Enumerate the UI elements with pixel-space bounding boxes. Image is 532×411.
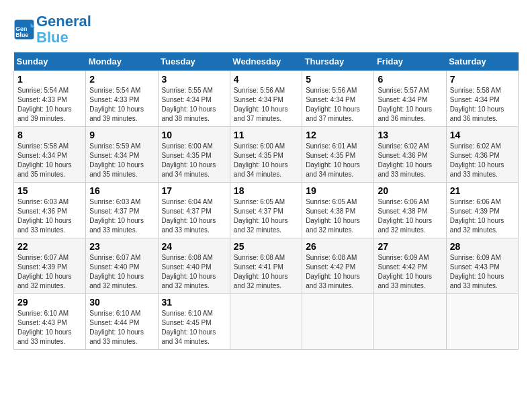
svg-text:Gen: Gen (15, 26, 27, 32)
page-header: Gen Blue GeneralBlue (13, 13, 519, 46)
calendar-cell (446, 294, 518, 350)
day-number: 31 (162, 297, 226, 308)
day-info: Sunrise: 6:06 AM Sunset: 4:39 PM Dayligh… (450, 197, 515, 235)
day-info: Sunrise: 6:02 AM Sunset: 4:36 PM Dayligh… (378, 142, 442, 179)
calendar-cell (374, 294, 446, 350)
calendar-cell: 18 Sunrise: 6:05 AM Sunset: 4:37 PM Dayl… (230, 183, 302, 238)
col-header-sunday: Sunday (14, 52, 86, 71)
calendar-cell: 2 Sunrise: 5:54 AM Sunset: 4:33 PM Dayli… (86, 71, 158, 127)
calendar-cell: 13 Sunrise: 6:02 AM Sunset: 4:36 PM Dayl… (374, 127, 446, 183)
calendar-cell: 30 Sunrise: 6:10 AM Sunset: 4:44 PM Dayl… (86, 294, 158, 350)
calendar-cell: 8 Sunrise: 5:58 AM Sunset: 4:34 PM Dayli… (14, 127, 86, 183)
day-info: Sunrise: 6:09 AM Sunset: 4:42 PM Dayligh… (378, 253, 442, 291)
calendar-cell: 26 Sunrise: 6:08 AM Sunset: 4:42 PM Dayl… (302, 238, 374, 294)
day-number: 6 (378, 74, 442, 85)
day-info: Sunrise: 5:57 AM Sunset: 4:34 PM Dayligh… (378, 86, 442, 124)
calendar-cell: 15 Sunrise: 6:03 AM Sunset: 4:36 PM Dayl… (14, 183, 86, 238)
day-info: Sunrise: 6:02 AM Sunset: 4:36 PM Dayligh… (450, 142, 515, 179)
calendar-cell: 14 Sunrise: 6:02 AM Sunset: 4:36 PM Dayl… (446, 127, 518, 183)
day-number: 27 (378, 241, 442, 252)
day-number: 25 (234, 241, 298, 252)
col-header-thursday: Thursday (302, 52, 374, 71)
calendar-cell: 11 Sunrise: 6:00 AM Sunset: 4:35 PM Dayl… (230, 127, 302, 183)
day-info: Sunrise: 6:10 AM Sunset: 4:44 PM Dayligh… (89, 309, 154, 347)
logo-text: GeneralBlue (36, 13, 91, 46)
day-info: Sunrise: 6:10 AM Sunset: 4:45 PM Dayligh… (162, 309, 226, 347)
calendar-cell: 3 Sunrise: 5:55 AM Sunset: 4:34 PM Dayli… (158, 71, 230, 127)
day-number: 15 (17, 185, 82, 196)
day-number: 8 (17, 130, 82, 140)
day-info: Sunrise: 5:59 AM Sunset: 4:34 PM Dayligh… (89, 142, 154, 179)
day-number: 13 (378, 130, 442, 140)
day-number: 9 (89, 130, 154, 140)
calendar-cell: 7 Sunrise: 5:58 AM Sunset: 4:34 PM Dayli… (446, 71, 518, 127)
day-info: Sunrise: 6:05 AM Sunset: 4:38 PM Dayligh… (306, 197, 370, 235)
svg-text:Blue: Blue (15, 32, 28, 38)
day-number: 18 (234, 185, 298, 196)
day-info: Sunrise: 5:55 AM Sunset: 4:34 PM Dayligh… (162, 86, 226, 124)
day-number: 20 (378, 185, 442, 196)
day-info: Sunrise: 5:58 AM Sunset: 4:34 PM Dayligh… (450, 86, 515, 124)
calendar-cell: 25 Sunrise: 6:08 AM Sunset: 4:41 PM Dayl… (230, 238, 302, 294)
calendar-table: SundayMondayTuesdayWednesdayThursdayFrid… (13, 52, 519, 350)
day-number: 4 (234, 74, 298, 85)
day-number: 28 (450, 241, 515, 252)
day-info: Sunrise: 6:09 AM Sunset: 4:43 PM Dayligh… (450, 253, 515, 291)
day-info: Sunrise: 5:58 AM Sunset: 4:34 PM Dayligh… (17, 142, 82, 179)
day-info: Sunrise: 5:54 AM Sunset: 4:33 PM Dayligh… (17, 86, 82, 124)
day-info: Sunrise: 6:08 AM Sunset: 4:42 PM Dayligh… (306, 253, 370, 291)
day-number: 14 (450, 130, 515, 140)
calendar-cell: 12 Sunrise: 6:01 AM Sunset: 4:35 PM Dayl… (302, 127, 374, 183)
week-row-5: 29 Sunrise: 6:10 AM Sunset: 4:43 PM Dayl… (14, 294, 519, 350)
day-info: Sunrise: 6:00 AM Sunset: 4:35 PM Dayligh… (162, 142, 226, 179)
calendar-cell: 17 Sunrise: 6:04 AM Sunset: 4:37 PM Dayl… (158, 183, 230, 238)
day-number: 30 (89, 297, 154, 308)
day-info: Sunrise: 6:07 AM Sunset: 4:40 PM Dayligh… (89, 253, 154, 291)
day-info: Sunrise: 6:03 AM Sunset: 4:36 PM Dayligh… (17, 197, 82, 235)
week-row-3: 15 Sunrise: 6:03 AM Sunset: 4:36 PM Dayl… (14, 183, 519, 238)
day-number: 21 (450, 185, 515, 196)
calendar-cell: 19 Sunrise: 6:05 AM Sunset: 4:38 PM Dayl… (302, 183, 374, 238)
calendar-cell: 27 Sunrise: 6:09 AM Sunset: 4:42 PM Dayl… (374, 238, 446, 294)
day-number: 24 (162, 241, 226, 252)
day-number: 26 (306, 241, 370, 252)
col-header-wednesday: Wednesday (230, 52, 302, 71)
day-info: Sunrise: 5:54 AM Sunset: 4:33 PM Dayligh… (89, 86, 154, 124)
calendar-cell: 24 Sunrise: 6:08 AM Sunset: 4:40 PM Dayl… (158, 238, 230, 294)
day-info: Sunrise: 6:07 AM Sunset: 4:39 PM Dayligh… (17, 253, 82, 291)
day-number: 1 (17, 74, 82, 85)
col-header-friday: Friday (374, 52, 446, 71)
calendar-cell (302, 294, 374, 350)
day-info: Sunrise: 5:56 AM Sunset: 4:34 PM Dayligh… (306, 86, 370, 124)
day-number: 16 (89, 185, 154, 196)
day-number: 17 (162, 185, 226, 196)
calendar-cell: 29 Sunrise: 6:10 AM Sunset: 4:43 PM Dayl… (14, 294, 86, 350)
day-number: 23 (89, 241, 154, 252)
calendar-cell: 1 Sunrise: 5:54 AM Sunset: 4:33 PM Dayli… (14, 71, 86, 127)
day-number: 19 (306, 185, 370, 196)
calendar-cell: 28 Sunrise: 6:09 AM Sunset: 4:43 PM Dayl… (446, 238, 518, 294)
calendar-cell: 10 Sunrise: 6:00 AM Sunset: 4:35 PM Dayl… (158, 127, 230, 183)
week-row-2: 8 Sunrise: 5:58 AM Sunset: 4:34 PM Dayli… (14, 127, 519, 183)
day-number: 2 (89, 74, 154, 85)
day-number: 22 (17, 241, 82, 252)
day-info: Sunrise: 6:01 AM Sunset: 4:35 PM Dayligh… (306, 142, 370, 179)
col-header-monday: Monday (86, 52, 158, 71)
week-row-1: 1 Sunrise: 5:54 AM Sunset: 4:33 PM Dayli… (14, 71, 519, 127)
day-info: Sunrise: 6:08 AM Sunset: 4:40 PM Dayligh… (162, 253, 226, 291)
day-info: Sunrise: 6:04 AM Sunset: 4:37 PM Dayligh… (162, 197, 226, 235)
day-info: Sunrise: 6:03 AM Sunset: 4:37 PM Dayligh… (89, 197, 154, 235)
logo: Gen Blue GeneralBlue (13, 13, 91, 46)
calendar-cell: 31 Sunrise: 6:10 AM Sunset: 4:45 PM Dayl… (158, 294, 230, 350)
week-row-4: 22 Sunrise: 6:07 AM Sunset: 4:39 PM Dayl… (14, 238, 519, 294)
day-number: 7 (450, 74, 515, 85)
day-number: 12 (306, 130, 370, 140)
day-number: 3 (162, 74, 226, 85)
calendar-cell: 20 Sunrise: 6:06 AM Sunset: 4:38 PM Dayl… (374, 183, 446, 238)
calendar-cell: 16 Sunrise: 6:03 AM Sunset: 4:37 PM Dayl… (86, 183, 158, 238)
day-number: 10 (162, 130, 226, 140)
calendar-cell: 9 Sunrise: 5:59 AM Sunset: 4:34 PM Dayli… (86, 127, 158, 183)
day-info: Sunrise: 6:08 AM Sunset: 4:41 PM Dayligh… (234, 253, 298, 291)
day-number: 29 (17, 297, 82, 308)
day-info: Sunrise: 6:10 AM Sunset: 4:43 PM Dayligh… (17, 309, 82, 347)
